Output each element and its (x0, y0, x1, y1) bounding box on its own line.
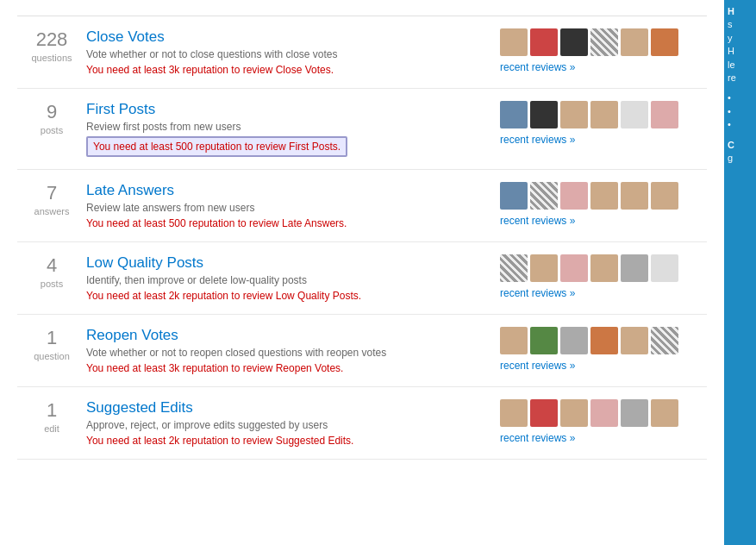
avatar (621, 101, 648, 128)
avatar (590, 327, 618, 354)
page-title (17, 9, 707, 16)
review-info: Reopen VotesVote whether or not to reope… (86, 327, 500, 374)
avatar (560, 101, 588, 128)
avatar (590, 101, 618, 128)
review-description: Vote whether or not to reopen closed que… (86, 347, 483, 359)
avatars-row (500, 254, 707, 282)
review-requirement: You need at least 2k reputation to revie… (86, 435, 483, 447)
count-number: 9 (17, 101, 86, 123)
review-requirement: You need at least 2k reputation to revie… (86, 290, 483, 302)
review-name[interactable]: Late Answers (86, 182, 483, 199)
count-unit: posts (41, 125, 63, 135)
avatar (530, 101, 558, 128)
count-unit: question (34, 351, 70, 361)
recent-reviews-link[interactable]: recent reviews » (500, 360, 575, 372)
review-requirement: You need at least 500 reputation to revi… (86, 136, 483, 157)
review-avatars: recent reviews » (500, 101, 707, 146)
review-count: 7answers (17, 182, 86, 217)
review-item: 1editSuggested EditsApprove, reject, or … (17, 387, 707, 460)
recent-reviews-link[interactable]: recent reviews » (500, 287, 575, 299)
review-item: 1questionReopen VotesVote whether or not… (17, 315, 707, 387)
recent-reviews-link[interactable]: recent reviews » (500, 215, 575, 227)
review-name[interactable]: Suggested Edits (86, 399, 483, 417)
review-name[interactable]: Reopen Votes (86, 327, 483, 344)
review-count: 4posts (17, 254, 86, 290)
avatar (500, 327, 528, 354)
review-item: 4postsLow Quality PostsIdentify, then im… (17, 242, 707, 315)
avatar (590, 399, 618, 427)
avatar (560, 254, 588, 282)
avatars-row (500, 101, 707, 128)
avatars-row (500, 28, 707, 56)
avatar (651, 182, 678, 210)
sidebar-text: H s y H le re • • • C g (724, 0, 756, 170)
avatar (500, 182, 528, 210)
review-avatars: recent reviews » (500, 399, 707, 444)
avatar (621, 254, 648, 282)
review-count: 228questions (17, 28, 86, 64)
right-sidebar: H s y H le re • • • C g (724, 0, 756, 545)
avatars-row (500, 182, 707, 210)
avatar (530, 327, 558, 354)
count-number: 1 (17, 327, 86, 349)
avatar (530, 399, 558, 427)
review-name[interactable]: First Posts (86, 101, 483, 118)
review-item: 228questionsClose VotesVote whether or n… (17, 16, 707, 89)
count-unit: posts (41, 279, 63, 289)
avatar (560, 28, 588, 56)
review-info: Close VotesVote whether or not to close … (86, 28, 500, 76)
recent-reviews-link[interactable]: recent reviews » (500, 61, 575, 73)
review-count: 1question (17, 327, 86, 362)
avatar (621, 327, 648, 354)
review-name[interactable]: Low Quality Posts (86, 254, 483, 272)
avatar (651, 399, 678, 427)
review-requirement: You need at least 3k reputation to revie… (86, 362, 483, 374)
avatar (560, 327, 588, 354)
avatar (651, 101, 678, 128)
recent-reviews-link[interactable]: recent reviews » (500, 134, 575, 146)
avatar (621, 182, 648, 210)
avatar (651, 254, 678, 282)
avatar (530, 28, 558, 56)
review-item: 9postsFirst PostsReview first posts from… (17, 89, 707, 170)
avatar (590, 182, 618, 210)
avatar (500, 254, 528, 282)
avatar (621, 399, 648, 427)
review-requirement: You need at least 3k reputation to revie… (86, 64, 483, 76)
avatars-row (500, 399, 707, 427)
review-avatars: recent reviews » (500, 182, 707, 227)
review-description: Vote whether or not to close questions w… (86, 48, 483, 60)
count-number: 1 (17, 399, 86, 422)
review-description: Identify, then improve or delete low-qua… (86, 274, 483, 286)
review-description: Review late answers from new users (86, 202, 483, 214)
review-info: Low Quality PostsIdentify, then improve … (86, 254, 500, 302)
review-avatars: recent reviews » (500, 254, 707, 299)
page-wrapper: 228questionsClose VotesVote whether or n… (0, 0, 756, 545)
avatar (560, 399, 588, 427)
review-count: 1edit (17, 399, 86, 435)
review-avatars: recent reviews » (500, 28, 707, 73)
count-unit: answers (34, 206, 70, 216)
avatar (530, 182, 558, 210)
review-count: 9posts (17, 101, 86, 136)
avatar (651, 28, 678, 56)
review-description: Approve, reject, or improve edits sugges… (86, 419, 483, 431)
review-item: 7answersLate AnswersReview late answers … (17, 170, 707, 242)
requirement-highlighted: You need at least 500 reputation to revi… (86, 136, 347, 157)
avatar (500, 28, 528, 56)
review-avatars: recent reviews » (500, 327, 707, 372)
avatar (500, 101, 528, 128)
avatar (590, 254, 618, 282)
recent-reviews-link[interactable]: recent reviews » (500, 432, 575, 444)
review-info: Late AnswersReview late answers from new… (86, 182, 500, 229)
review-name[interactable]: Close Votes (86, 28, 483, 46)
avatar (500, 399, 528, 427)
review-info: Suggested EditsApprove, reject, or impro… (86, 399, 500, 447)
count-number: 7 (17, 182, 86, 204)
avatar (621, 28, 648, 56)
avatar (651, 327, 678, 354)
review-info: First PostsReview first posts from new u… (86, 101, 500, 157)
count-unit: questions (31, 53, 72, 63)
review-list: 228questionsClose VotesVote whether or n… (17, 16, 707, 460)
count-number: 228 (17, 28, 86, 51)
